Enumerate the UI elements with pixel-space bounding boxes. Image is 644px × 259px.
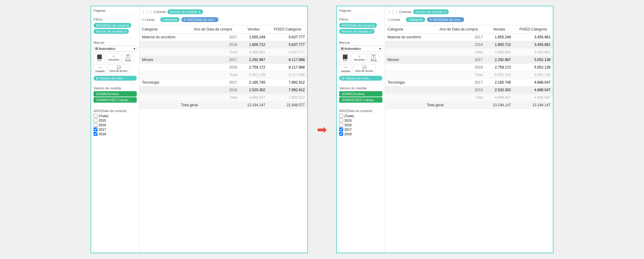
- right-colunas-chip[interactable]: Nomes de medida ⇅: [413, 9, 448, 14]
- cell-grand-total-label: Total geral: [139, 101, 240, 109]
- main-container: Páginas Filtros ANO(Data da compra) Nome…: [91, 6, 553, 253]
- cell-year: 2017: [432, 56, 485, 64]
- right-ano-2018[interactable]: 2018: [339, 132, 382, 136]
- right-table-container: Categoria Ano de Data da compra Vendas F…: [385, 25, 553, 253]
- cell-categoria: Material de escritório: [385, 34, 432, 41]
- right-filter-sort-icon: ⇅: [370, 30, 372, 33]
- right-mark-cor[interactable]: ⬛ Cor: [339, 53, 351, 63]
- right-soma-fixed[interactable]: SOMA(FIXED Catego...: [339, 97, 382, 103]
- left-ano-2017[interactable]: 2017: [94, 127, 137, 131]
- left-colunas-label: ⋮⋮⋮ Colunas: [142, 10, 166, 14]
- left-filter-nomes[interactable]: Nomes de medida ⇅: [94, 29, 129, 34]
- direction-arrow-icon: ➡: [317, 123, 327, 136]
- left-valores-medida-section: Valores de medida SOMA(Vendas) SOMA(FIXE…: [94, 86, 137, 103]
- left-th-vendas: Vendas: [240, 25, 268, 34]
- left-ano-2018[interactable]: 2018: [94, 132, 137, 136]
- right-valores-medida-section: Valores de medida SOMA(Vendas) SOMA(FIXE…: [339, 86, 382, 103]
- grand-total-row: Total geral13.194.14713.194.147: [385, 101, 553, 109]
- cell-year: Total: [187, 94, 239, 101]
- cell-fixed: 5.052.139: [513, 64, 553, 71]
- left-ano-2015[interactable]: 2015: [94, 118, 137, 122]
- cell-year: Total: [187, 71, 239, 79]
- left-mark-tamanho[interactable]: ○ Tamanho: [106, 53, 121, 63]
- right-filter-ano[interactable]: ANO(Data da compra): [339, 23, 377, 28]
- right-ano-2017[interactable]: 2017: [339, 127, 382, 131]
- right-ano-label: ANO(Data da compra): [339, 109, 382, 113]
- cell-year: 2017: [187, 79, 239, 86]
- linhas-lines-icon: ≡: [142, 18, 144, 22]
- right-mark-detalhe[interactable]: ⋯ Detalhe: [339, 64, 352, 74]
- cell-vendas: 2.165.745: [485, 79, 513, 86]
- cell-vendas: 1.655.249: [240, 34, 268, 41]
- right-mark-texto[interactable]: T Texto: [368, 53, 379, 63]
- right-filters-label: Filtros: [339, 18, 382, 21]
- dica-icon: 💬: [117, 66, 121, 69]
- right-ano-filter-section: ANO(Data da compra) (Tudo) 2015 2016 201…: [339, 109, 382, 136]
- left-ano-tudo[interactable]: (Tudo): [94, 114, 137, 118]
- table-row: Móveis20172.292.9675.052.139: [385, 56, 553, 64]
- left-mark-detalhe[interactable]: ⋯ Detalhe: [94, 64, 107, 74]
- cell-fixed: 4.686.047: [513, 94, 553, 101]
- cell-fixed: 7.892.912: [268, 86, 307, 94]
- cell-year: 2018: [432, 41, 485, 49]
- left-soma-fixed[interactable]: SOMA(FIXED Catego...: [94, 97, 137, 103]
- cell-vendas: 4.686.047: [240, 94, 268, 101]
- tamanho-icon: ○: [113, 55, 115, 58]
- cell-vendas: 2.165.745: [240, 79, 268, 86]
- right-ano-2015[interactable]: 2015: [339, 118, 382, 122]
- cell-grand-total-label: Total geral: [385, 101, 485, 109]
- right-valores-chip[interactable]: ⊞ Valores de med...: [339, 76, 382, 81]
- right-linhas-chip-categoria[interactable]: Categoria: [406, 17, 425, 22]
- cell-categoria: [385, 86, 432, 94]
- cell-year: Total: [432, 71, 485, 79]
- cell-vendas: 1.655.249: [485, 34, 513, 41]
- right-panel: Páginas Filtros ANO(Data da compra) Nome…: [336, 6, 553, 253]
- right-filters-section: Filtros ANO(Data da compra) Nomes de med…: [339, 18, 382, 34]
- left-ano-label: ANO(Data da compra): [94, 109, 137, 113]
- left-th-categoria: Categoria: [139, 25, 187, 34]
- right-ano-tudo[interactable]: (Tudo): [339, 114, 382, 118]
- left-filter-ano[interactable]: ANO(Data da compra): [94, 23, 131, 28]
- right-valores-medida-label: Valores de medida: [339, 86, 382, 90]
- right-linhas-lines-icon: ≡: [387, 18, 390, 22]
- calendar-icon: ⊞: [184, 18, 186, 21]
- left-linhas-chip-ano[interactable]: ⊞ ANO(Data da com..: [181, 17, 218, 22]
- left-colunas-chip[interactable]: Nomes de medida ⇅: [167, 9, 203, 14]
- right-ano-2016[interactable]: 2016: [339, 123, 382, 127]
- cell-fixed: 3.455.961: [513, 41, 553, 49]
- left-mark-dica[interactable]: 💬 Dica de ferram.: [108, 64, 130, 74]
- left-valores-chip[interactable]: ⊞ Valores de med...: [94, 76, 137, 81]
- right-linhas-chip-ano[interactable]: ⊞ ANO(Data da com..: [427, 17, 464, 22]
- left-ano-2016[interactable]: 2016: [94, 123, 137, 127]
- cell-vendas: 2.759.172: [240, 64, 268, 71]
- dropdown-arrow-icon: ▾: [134, 47, 135, 50]
- left-mark-cor[interactable]: ⬛ Cor: [94, 53, 105, 63]
- right-th-vendas: Vendas: [485, 25, 513, 34]
- right-top-bar: ⋮⋮⋮ Colunas Nomes de medida ⇅ ≡ Linhas C…: [385, 6, 553, 25]
- cell-vendas: 2.520.302: [485, 86, 513, 94]
- cell-year: 2017: [432, 34, 485, 41]
- cell-year: 2017: [187, 56, 239, 64]
- right-colunas-shelf: ⋮⋮⋮ Colunas Nomes de medida ⇅: [387, 8, 550, 15]
- right-soma-vendas[interactable]: SOMA(Vendas): [339, 91, 382, 97]
- cell-year: Total: [187, 49, 239, 56]
- table-row: 20181.800.7123.455.961: [385, 41, 553, 49]
- cell-year: 2018: [187, 86, 239, 94]
- left-ano-filter-section: ANO(Data da compra) (Tudo) 2015 2016 201…: [94, 109, 137, 136]
- right-cor-icon: ⬛: [343, 55, 348, 59]
- left-soma-vendas[interactable]: SOMA(Vendas): [94, 91, 137, 97]
- right-mark-dica[interactable]: 💬 Dica de ferram.: [353, 64, 376, 74]
- right-mark-tamanho[interactable]: ○ Tamanho: [352, 53, 367, 63]
- left-marks-label: Marcas: [94, 41, 137, 44]
- right-filter-nomes[interactable]: Nomes de medida ⇅: [339, 29, 375, 34]
- right-pages-section: Páginas: [339, 9, 382, 12]
- left-main-view: ⋮⋮⋮ Colunas Nomes de medida ⇅ ≡ Linhas C…: [139, 6, 307, 253]
- right-marks-dropdown[interactable]: ⊞ Automático ▾: [339, 46, 382, 52]
- texto-icon: T: [126, 55, 130, 59]
- left-marks-dropdown[interactable]: ⊞ Automático ▾: [94, 46, 137, 52]
- colunas-chip-icon: ⇅: [198, 10, 201, 14]
- left-linhas-chip-categoria[interactable]: Categoria: [160, 17, 180, 22]
- right-data-table: Categoria Ano de Data da compra Vendas F…: [385, 25, 553, 109]
- left-mark-texto[interactable]: T Texto: [122, 53, 134, 63]
- cell-fixed: 5.637.777: [268, 49, 307, 56]
